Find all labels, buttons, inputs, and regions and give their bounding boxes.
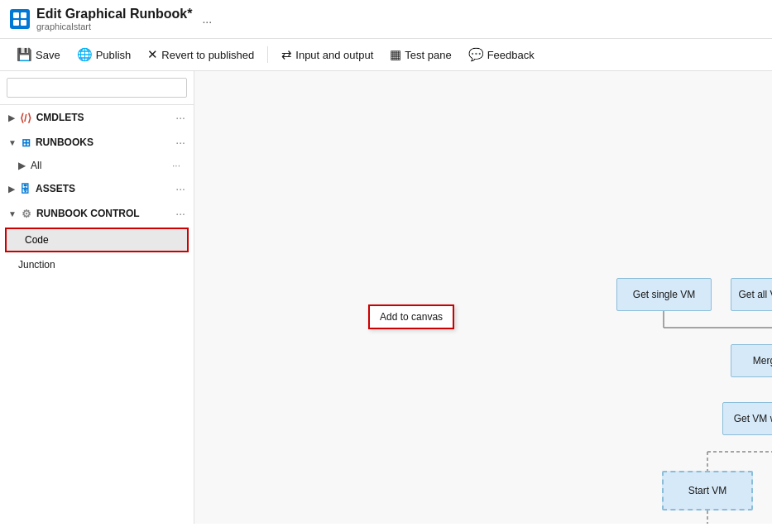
header-more-button[interactable]: ...: [202, 12, 212, 26]
sidebar: ▶ ⟨/⟩ CMDLETS ··· ▼ ⊞ RUNBOOKS ··· ▶ All: [0, 71, 194, 524]
publish-label: Publish: [96, 49, 132, 61]
sidebar-item-all[interactable]: ▶ All ···: [0, 155, 194, 176]
sidebar-section-runbook-control: ▼ ⚙ RUNBOOK CONTROL ··· Code Junction: [0, 201, 194, 276]
feedback-label: Feedback: [487, 49, 535, 61]
test-pane-icon: ▦: [390, 47, 401, 62]
junction-label: Junction: [18, 259, 55, 271]
sidebar-section-runbook-control-header[interactable]: ▼ ⚙ RUNBOOK CONTROL ···: [0, 201, 194, 226]
sidebar-section-runbooks-header[interactable]: ▼ ⊞ RUNBOOKS ···: [0, 130, 194, 155]
sidebar-item-code[interactable]: Code: [5, 228, 189, 252]
runbooks-more[interactable]: ···: [175, 136, 185, 149]
svg-rect-2: [13, 20, 19, 26]
all-more[interactable]: ···: [172, 160, 180, 171]
cmdlets-label: CMDLETS: [36, 112, 84, 123]
save-label: Save: [36, 49, 60, 61]
svg-rect-1: [21, 12, 26, 18]
cmdlets-title: ▶ ⟨/⟩ CMDLETS: [8, 112, 84, 124]
cmdlets-expand-icon: ▶: [8, 113, 15, 122]
revert-label: Revert to published: [161, 49, 254, 61]
input-output-label: Input and output: [295, 49, 373, 61]
cmdlets-icon: ⟨/⟩: [20, 112, 31, 124]
search-input[interactable]: [7, 78, 187, 98]
header: Edit Graphical Runbook* graphicalstart .…: [0, 0, 772, 39]
assets-more[interactable]: ···: [175, 182, 185, 195]
merge-vms-label: Merge VMs: [753, 355, 772, 367]
sidebar-search: [0, 71, 194, 105]
node-get-all-vms-rg[interactable]: Get all VMs in RG: [731, 278, 772, 311]
revert-icon: ✕: [147, 47, 158, 62]
node-get-single-vm[interactable]: Get single VM: [616, 278, 712, 311]
node-start-vm[interactable]: Start VM: [662, 471, 753, 510]
assets-title: ▶ 🗄 ASSETS: [8, 183, 75, 195]
feedback-button[interactable]: 💬 Feedback: [462, 44, 541, 65]
separator-1: [267, 46, 268, 63]
get-all-vms-rg-label: Get all VMs in RG: [738, 289, 772, 300]
add-to-canvas-label: Add to canvas: [380, 311, 443, 323]
feedback-icon: 💬: [468, 47, 484, 62]
main-layout: ▶ ⟨/⟩ CMDLETS ··· ▼ ⊞ RUNBOOKS ··· ▶ All: [0, 71, 772, 524]
runbook-control-expand-icon: ▼: [8, 209, 17, 218]
svg-rect-3: [21, 20, 26, 26]
runbook-control-icon: ⚙: [22, 208, 31, 220]
test-pane-button[interactable]: ▦ Test pane: [383, 44, 458, 65]
all-label: All: [31, 160, 41, 171]
sidebar-section-assets: ▶ 🗄 ASSETS ···: [0, 176, 194, 201]
runbook-control-more[interactable]: ···: [175, 207, 185, 220]
runbook-control-label: RUNBOOK CONTROL: [36, 208, 140, 219]
runbooks-title: ▼ ⊞ RUNBOOKS: [8, 137, 94, 149]
save-icon: 💾: [17, 47, 32, 62]
assets-label: ASSETS: [36, 183, 75, 194]
test-pane-label: Test pane: [405, 49, 451, 61]
sidebar-section-cmdlets: ▶ ⟨/⟩ CMDLETS ···: [0, 105, 194, 130]
page-title: Edit Graphical Runbook*: [36, 7, 192, 22]
revert-button[interactable]: ✕ Revert to published: [141, 44, 261, 65]
get-vm-status-label: Get VM with Status: [734, 413, 772, 424]
sidebar-item-junction[interactable]: Junction: [0, 254, 194, 276]
node-get-vm-status[interactable]: Get VM with Status: [722, 402, 772, 435]
publish-icon: 🌐: [77, 47, 93, 62]
context-menu-add-to-canvas[interactable]: Add to canvas: [368, 304, 454, 329]
start-vm-label: Start VM: [688, 485, 727, 496]
sidebar-section-runbooks: ▼ ⊞ RUNBOOKS ··· ▶ All ···: [0, 130, 194, 176]
title-block: Edit Graphical Runbook* graphicalstart: [36, 7, 192, 31]
runbooks-label: RUNBOOKS: [36, 137, 94, 148]
save-button[interactable]: 💾 Save: [10, 44, 67, 65]
all-expand-icon: ▶: [18, 160, 26, 171]
page-subtitle: graphicalstart: [36, 22, 192, 31]
sidebar-section-cmdlets-header[interactable]: ▶ ⟨/⟩ CMDLETS ···: [0, 105, 194, 130]
assets-expand-icon: ▶: [8, 185, 15, 194]
svg-rect-0: [13, 12, 19, 18]
get-single-vm-label: Get single VM: [633, 289, 695, 300]
canvas[interactable]: READ ME Get single VM Get all VMs in RG …: [194, 71, 772, 524]
toolbar: 💾 Save 🌐 Publish ✕ Revert to published ⇄…: [0, 39, 772, 71]
input-output-button[interactable]: ⇄ Input and output: [275, 44, 380, 65]
input-output-icon: ⇄: [281, 47, 292, 62]
runbooks-expand-icon: ▼: [8, 138, 17, 147]
sidebar-section-assets-header[interactable]: ▶ 🗄 ASSETS ···: [0, 176, 194, 201]
runbook-control-title: ▼ ⚙ RUNBOOK CONTROL: [8, 208, 140, 220]
cmdlets-more[interactable]: ···: [175, 111, 185, 124]
code-label: Code: [25, 234, 49, 246]
assets-icon: 🗄: [20, 183, 31, 195]
publish-button[interactable]: 🌐 Publish: [70, 44, 138, 65]
node-merge-vms[interactable]: Merge VMs: [731, 344, 772, 377]
runbooks-icon: ⊞: [22, 137, 31, 149]
app-icon: [10, 9, 30, 29]
